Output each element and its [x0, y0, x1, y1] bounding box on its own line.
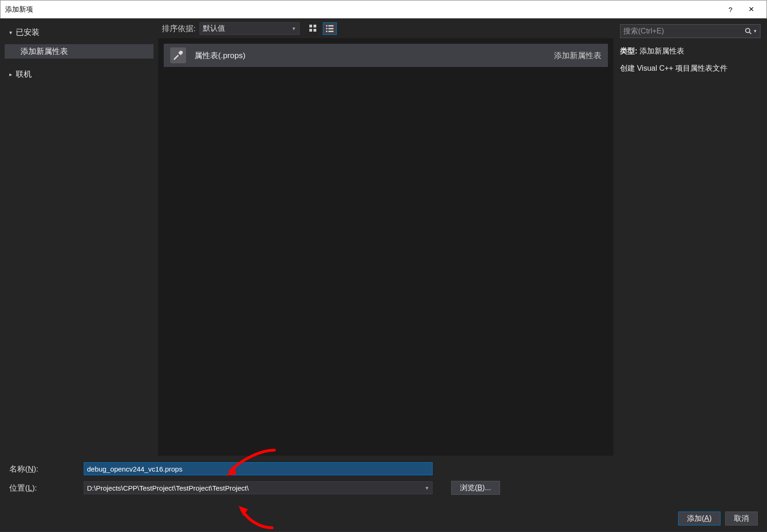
search-input[interactable]: 搜索(Ctrl+E) ▼: [620, 24, 760, 38]
view-list-button[interactable]: [323, 22, 337, 35]
tree-online[interactable]: ▸ 联机: [5, 67, 153, 81]
add-button[interactable]: 添加(A): [678, 512, 720, 525]
svg-rect-2: [309, 29, 312, 32]
detail-type-label: 类型:: [620, 47, 637, 55]
browse-button[interactable]: 浏览(B)...: [451, 481, 500, 495]
tree-online-label: 联机: [16, 69, 32, 80]
list-item-category: 添加新属性表: [554, 50, 601, 61]
svg-rect-3: [313, 29, 316, 32]
list-item[interactable]: 属性表(.props) 添加新属性表: [164, 44, 608, 67]
location-value: D:\Projects\CPP\TestProject\TestProject\…: [87, 484, 249, 492]
svg-rect-8: [326, 31, 327, 32]
center-toolbar: 排序依据: 默认值 ▼: [158, 19, 614, 38]
svg-rect-4: [326, 25, 327, 27]
svg-line-11: [749, 32, 751, 34]
svg-rect-9: [328, 31, 333, 32]
sort-dropdown[interactable]: 默认值 ▼: [200, 22, 300, 35]
location-dropdown[interactable]: D:\Projects\CPP\TestProject\TestProject\…: [84, 481, 433, 494]
svg-rect-0: [309, 25, 312, 27]
svg-point-10: [746, 28, 750, 33]
caret-down-icon: ▾: [7, 29, 14, 36]
tree-installed-label: 已安装: [16, 27, 40, 38]
detail-type-value: 添加新属性表: [640, 47, 684, 55]
window-title: 添加新项: [5, 5, 720, 14]
search-placeholder: 搜索(Ctrl+E): [623, 27, 664, 36]
bottom-form: 名称(N): 位置(L): D:\Projects\CPP\TestProjec…: [0, 456, 767, 531]
chevron-down-icon: ▼: [292, 26, 296, 31]
svg-rect-5: [328, 25, 333, 27]
svg-rect-1: [313, 25, 316, 27]
location-label: 位置(L):: [9, 483, 79, 493]
svg-rect-6: [326, 28, 327, 29]
title-bar: 添加新项 ? ✕: [0, 0, 767, 19]
search-icon[interactable]: ▼: [745, 27, 757, 35]
details-panel: 搜索(Ctrl+E) ▼ 类型: 添加新属性表 创建 Visual C++ 项目…: [614, 19, 767, 456]
chevron-down-icon: ▼: [425, 485, 429, 491]
location-row: 位置(L): D:\Projects\CPP\TestProject\TestP…: [9, 481, 758, 495]
cancel-button[interactable]: 取消: [725, 512, 758, 525]
name-label: 名称(N):: [9, 464, 79, 474]
main-area: ▾ 已安装 添加新属性表 ▸ 联机 排序依据: 默认值 ▼: [0, 19, 767, 456]
template-list: 属性表(.props) 添加新属性表: [158, 38, 614, 456]
sort-dropdown-value: 默认值: [203, 24, 225, 33]
wrench-icon: [170, 47, 186, 63]
name-input[interactable]: [84, 462, 433, 475]
svg-rect-7: [328, 28, 333, 29]
close-button[interactable]: ✕: [741, 0, 762, 19]
dialog-buttons: 添加(A) 取消: [678, 512, 758, 525]
sort-label: 排序依据:: [162, 23, 196, 34]
help-button[interactable]: ?: [720, 0, 741, 19]
list-item-name: 属性表(.props): [194, 50, 554, 61]
tree-add-property-sheet-label: 添加新属性表: [20, 46, 68, 57]
detail-type-row: 类型: 添加新属性表: [620, 47, 760, 56]
category-tree: ▾ 已安装 添加新属性表 ▸ 联机: [0, 19, 158, 456]
template-center: 排序依据: 默认值 ▼ 属性表(.props) 添加新属性表: [158, 19, 614, 456]
tree-installed[interactable]: ▾ 已安装: [5, 25, 153, 40]
view-grid-button[interactable]: [306, 22, 320, 35]
tree-add-property-sheet[interactable]: 添加新属性表: [5, 44, 153, 59]
name-row: 名称(N):: [9, 462, 758, 475]
detail-description: 创建 Visual C++ 项目属性表文件: [620, 64, 760, 73]
caret-right-icon: ▸: [7, 71, 14, 78]
